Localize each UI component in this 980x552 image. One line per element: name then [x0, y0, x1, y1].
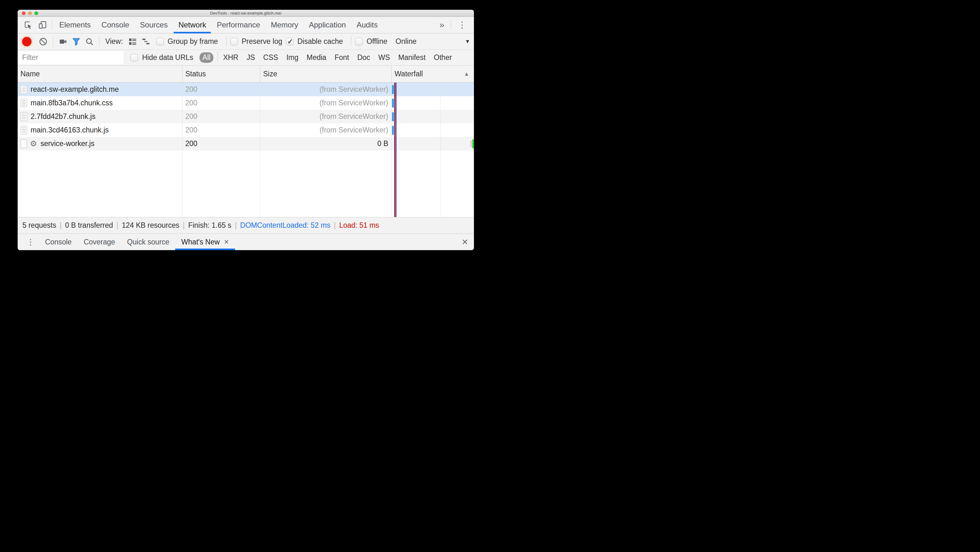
request-size-cell: (from ServiceWorker) [260, 123, 392, 137]
clear-icon [39, 37, 48, 46]
toolbar-checkbox[interactable]: Disable cache [286, 37, 352, 47]
close-tab-icon[interactable]: ✕ [224, 238, 229, 246]
summary-segment: 124 KB resources [122, 221, 180, 230]
drawer-tab[interactable]: Coverage [78, 234, 121, 250]
request-name: main.8fb3a7b4.chunk.css [30, 99, 113, 107]
checkbox[interactable] [286, 38, 294, 45]
zoom-window-button[interactable] [34, 11, 38, 15]
checkbox-label: Disable cache [298, 37, 343, 46]
panel-tab[interactable]: Performance [212, 17, 265, 33]
panel-tab[interactable]: Console [96, 17, 135, 33]
table-row[interactable]: react-sw-example.glitch.me 200 (from Ser… [18, 83, 474, 96]
overview-toggle[interactable] [139, 35, 153, 48]
search-button[interactable] [83, 35, 96, 48]
inspect-element-button[interactable] [21, 17, 35, 33]
chevron-down-icon: ▼ [465, 38, 470, 45]
drawer-tab-label: Quick source [127, 238, 169, 246]
request-name: main.3cd46163.chunk.js [30, 126, 109, 134]
checkbox-label: Offline [366, 37, 387, 46]
checkbox-label: Group by frame [168, 37, 218, 46]
panel-tab[interactable]: Network [173, 17, 212, 33]
request-type-filter[interactable]: XHR [220, 53, 241, 63]
request-name-cell: ⚙ service-worker.js [18, 137, 183, 150]
device-toolbar-icon [38, 21, 47, 29]
capture-screenshots-button[interactable] [56, 35, 70, 48]
request-name-cell: main.3cd46163.chunk.js [18, 123, 183, 137]
column-header-size[interactable]: Size [260, 65, 392, 82]
request-size-cell: (from ServiceWorker) [260, 83, 392, 96]
panel-tab[interactable]: Memory [266, 17, 304, 33]
filter-bar: Hide data URLs All XHR JS CSS Img Media … [18, 50, 474, 65]
panel-tab[interactable]: Audits [352, 17, 383, 33]
kebab-menu-icon: ⋮ [458, 20, 466, 30]
request-type-filter[interactable]: JS [243, 53, 258, 63]
request-type-filters: All XHR JS CSS Img Media Font Doc WS Man… [198, 53, 456, 63]
large-rows-toggle[interactable] [126, 35, 139, 48]
checkbox[interactable] [355, 38, 363, 45]
waterfall-tick [471, 141, 471, 147]
toolbar-checkbox[interactable]: Group by frame [156, 37, 227, 47]
document-icon [21, 85, 27, 94]
waterfall-bar-blue [392, 126, 394, 135]
table-row[interactable]: main.8fb3a7b4.chunk.css 200 (from Servic… [18, 96, 474, 110]
requests-table-body: react-sw-example.glitch.me 200 (from Ser… [18, 83, 474, 217]
summary-segment: | [334, 221, 336, 230]
record-network-log-button[interactable] [22, 37, 32, 46]
waterfall-cell [392, 110, 474, 123]
throttling-dropdown-button[interactable]: ▼ [465, 38, 470, 45]
request-type-filter[interactable]: CSS [260, 53, 281, 63]
waterfall-cell [392, 83, 474, 96]
close-window-button[interactable] [22, 11, 25, 15]
request-status-cell: 200 [183, 123, 260, 137]
request-name: react-sw-example.glitch.me [30, 85, 119, 94]
waterfall-cell [392, 123, 474, 137]
request-status-cell: 200 [183, 137, 260, 150]
summary-segment: | [235, 221, 237, 230]
toolbar-checkbox[interactable]: Offline [355, 37, 387, 46]
panel-tab-label: Elements [59, 21, 91, 29]
request-type-filter[interactable]: All [199, 53, 213, 63]
drawer-menu-button[interactable]: ⋮ [22, 234, 39, 250]
checkbox[interactable] [156, 38, 164, 45]
checkbox[interactable] [230, 38, 238, 45]
panel-tab-label: Application [309, 21, 346, 29]
clear-button[interactable] [37, 35, 50, 48]
table-row[interactable]: main.3cd46163.chunk.js 200 (from Service… [18, 123, 474, 137]
panel-tab[interactable]: Sources [135, 17, 173, 33]
column-header-status[interactable]: Status [183, 65, 260, 82]
devtools-menu-button[interactable]: ⋮ [453, 17, 471, 33]
more-tabs-button[interactable]: » [435, 17, 449, 33]
throttling-selected-value[interactable]: Online [396, 37, 416, 46]
close-drawer-button[interactable]: ✕ [461, 234, 468, 250]
request-type-filter[interactable]: Img [283, 53, 301, 63]
request-type-filter[interactable]: Other [431, 53, 455, 63]
drawer-tab[interactable]: Console [39, 234, 78, 250]
tabbar-right-controls: » ⋮ [435, 17, 474, 33]
request-type-filter[interactable]: WS [375, 53, 393, 63]
table-row[interactable]: ⚙ service-worker.js 200 0 B [18, 137, 474, 150]
panel-tab[interactable]: Elements [54, 17, 96, 33]
search-icon [85, 37, 94, 46]
column-header-name[interactable]: Name [18, 65, 183, 82]
funnel-icon [72, 37, 81, 46]
request-type-filter[interactable]: Manifest [396, 53, 428, 63]
toggle-device-toolbar-button[interactable] [35, 17, 50, 33]
gear-icon: ⚙ [30, 140, 37, 148]
drawer-tab-label: What's New [181, 238, 220, 246]
toolbar-checkbox[interactable]: Preserve log [230, 37, 282, 46]
drawer-tab[interactable]: Quick source [121, 234, 175, 250]
request-type-filter[interactable]: Font [332, 53, 352, 63]
table-row[interactable]: 2.7fdd42b7.chunk.js 200 (from ServiceWor… [18, 110, 474, 123]
filter-input[interactable] [18, 51, 124, 64]
request-type-filter[interactable]: Doc [355, 53, 373, 63]
minimize-window-button[interactable] [28, 11, 32, 15]
hide-data-urls-checkbox[interactable] [130, 54, 138, 62]
request-type-filter[interactable]: Media [304, 53, 329, 63]
hide-data-urls-control[interactable]: Hide data URLs [130, 53, 193, 62]
filter-button[interactable] [70, 35, 83, 48]
devtools-window: DevTools - react-sw-example.glitch.me/ [18, 10, 474, 250]
column-header-waterfall[interactable]: Waterfall ▲ [392, 65, 474, 82]
panel-tab[interactable]: Application [304, 17, 351, 33]
drawer-tab-label: Coverage [83, 238, 115, 246]
drawer-tab[interactable]: What's New ✕ [175, 234, 235, 250]
